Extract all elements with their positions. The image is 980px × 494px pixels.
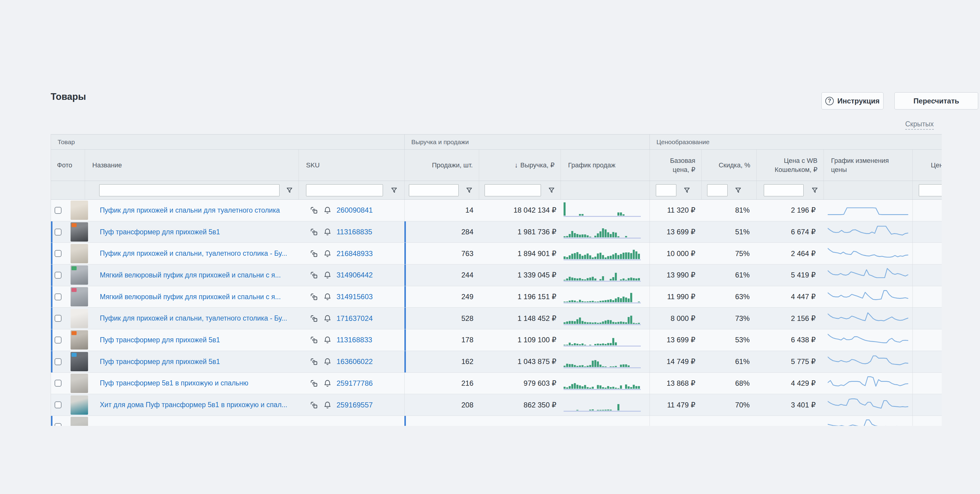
filter-funnel-icon-sales[interactable] (465, 186, 473, 194)
column-header-sku[interactable]: SKU (299, 150, 404, 181)
filter-input-sales[interactable] (409, 184, 459, 196)
hidden-products-link[interactable]: Скрытых (905, 120, 934, 130)
cell-sku: 260090841 (299, 200, 404, 221)
row-checkbox[interactable] (54, 229, 62, 236)
product-photo[interactable] (70, 352, 88, 371)
row-checkbox[interactable] (54, 423, 62, 426)
duplicates-icon[interactable] (309, 335, 318, 344)
sku-link[interactable]: 259177786 (337, 379, 373, 387)
duplicates-icon[interactable] (309, 227, 318, 236)
column-header-name[interactable]: Название (85, 150, 299, 181)
bell-icon[interactable] (323, 228, 332, 236)
product-photo[interactable] (70, 287, 88, 306)
row-checkbox[interactable] (54, 402, 62, 408)
column-header-revenue[interactable]: ↓Выручка, ₽ (479, 150, 560, 181)
bell-icon[interactable] (323, 357, 332, 366)
filter-input-sku[interactable] (306, 184, 383, 196)
product-photo[interactable] (70, 395, 88, 415)
sku-link[interactable]: 171637024 (337, 314, 373, 323)
product-name-link[interactable]: Пуф трансформер 5в1 в прихожую и спальню (100, 379, 294, 387)
filter-funnel-icon-base_price[interactable] (683, 186, 691, 194)
filter-funnel-icon-revenue[interactable] (547, 186, 555, 194)
bell-icon[interactable] (323, 401, 332, 409)
product-photo[interactable] (70, 374, 88, 393)
sku-link[interactable]: 113168833 (337, 336, 372, 344)
bell-icon[interactable] (323, 293, 332, 301)
duplicates-icon[interactable] (309, 271, 318, 280)
product-photo[interactable] (70, 222, 88, 242)
row-checkbox[interactable] (54, 272, 62, 279)
sku-link[interactable]: 113168835 (337, 228, 372, 236)
filter-funnel-icon-sku[interactable] (390, 186, 398, 194)
cell-photo (68, 329, 85, 351)
sku-link[interactable]: 314915603 (337, 293, 373, 301)
duplicates-icon[interactable] (309, 206, 318, 215)
filter-funnel-icon-wb_price[interactable] (811, 186, 819, 194)
filter-input-extra[interactable] (919, 184, 942, 196)
filter-input-revenue[interactable] (485, 184, 541, 196)
column-header-base_price[interactable]: Базовая цена, ₽ (649, 150, 702, 181)
sku-link[interactable]: 260090841 (337, 206, 373, 214)
product-name-link[interactable]: Мягкий велюровый пуфик для прихожей и сп… (100, 271, 294, 279)
instruction-button[interactable]: ? Инструкция (821, 92, 883, 110)
column-header-sales[interactable]: Продажи, шт. (404, 150, 479, 181)
row-checkbox[interactable] (54, 358, 62, 365)
filter-funnel-icon-discount[interactable] (734, 186, 742, 194)
product-name-link[interactable]: Хит для дома Пуф трансформер 5в1 в прихо… (100, 401, 294, 409)
row-checkbox[interactable] (54, 207, 62, 214)
filter-funnel-icon-name[interactable] (286, 186, 293, 194)
filter-input-name[interactable] (99, 184, 280, 196)
duplicates-icon[interactable] (309, 249, 318, 258)
photo-badge (72, 353, 76, 357)
row-checkbox[interactable] (54, 380, 62, 387)
column-header-extra[interactable]: Цена (912, 150, 942, 181)
product-name-link[interactable]: Мягкий велюровый пуфик для прихожей и сп… (100, 293, 294, 301)
recalculate-button[interactable]: Пересчитать (894, 92, 978, 110)
table-row: Пуф трансформер для прихожей 5в111316883… (51, 222, 942, 243)
product-photo[interactable] (70, 417, 88, 426)
duplicates-icon[interactable] (309, 314, 318, 323)
cell-base_price: 13 990 ₽ (649, 265, 702, 286)
row-checkbox[interactable] (54, 315, 62, 322)
product-photo[interactable] (70, 201, 88, 220)
bell-icon[interactable] (323, 249, 332, 258)
bell-icon[interactable] (323, 379, 332, 387)
duplicates-icon[interactable] (309, 400, 318, 410)
row-checkbox[interactable] (54, 293, 62, 300)
filter-input-base_price[interactable] (656, 184, 676, 196)
sales-value: 162 (461, 357, 473, 366)
product-photo[interactable] (70, 244, 88, 263)
cell-select (51, 286, 68, 308)
duplicates-icon[interactable] (309, 379, 318, 388)
product-photo[interactable] (70, 309, 88, 328)
bell-icon[interactable] (323, 206, 332, 214)
duplicates-icon[interactable] (309, 357, 318, 366)
sku-link[interactable]: 314906442 (337, 271, 373, 279)
column-header-wb_price[interactable]: Цена с WB Кошельком, ₽ (756, 150, 824, 181)
product-name-link[interactable]: Пуфик для прихожей и спальни, туалетного… (100, 249, 294, 258)
product-name-link[interactable]: Пуфик для прихожей и спальни, туалетного… (100, 314, 294, 322)
column-header-discount[interactable]: Скидка, % (702, 150, 756, 181)
product-photo[interactable] (70, 265, 88, 285)
product-photo[interactable] (70, 330, 88, 349)
row-checkbox[interactable] (54, 250, 62, 257)
cell-select (51, 329, 68, 351)
product-name-link[interactable]: Пуф трансформер для прихожей 5в1 (100, 336, 294, 344)
filter-input-discount[interactable] (707, 184, 728, 196)
duplicates-icon[interactable] (309, 292, 318, 301)
product-name-link[interactable]: Пуфик для прихожей и спальни для туалетн… (100, 206, 294, 214)
bell-icon[interactable] (323, 314, 332, 323)
cell-discount: 63% (702, 286, 756, 308)
product-name-link[interactable]: Пуф трансформер для прихожей 5в1 (100, 228, 294, 236)
sku-link[interactable]: 163606022 (337, 357, 373, 366)
sku-link[interactable]: 259169557 (337, 401, 373, 409)
discount-value: 61% (735, 271, 749, 279)
row-checkbox[interactable] (54, 336, 62, 344)
bell-icon[interactable] (323, 271, 332, 279)
sku-link[interactable]: 216848933 (337, 249, 373, 258)
bell-icon[interactable] (323, 336, 332, 344)
product-name-link[interactable]: Пуф трансформер для прихожей 5в1 (100, 358, 294, 366)
filter-input-wb_price[interactable] (764, 184, 803, 196)
cell-price-chart (824, 265, 912, 286)
cell-price-chart (824, 222, 912, 243)
